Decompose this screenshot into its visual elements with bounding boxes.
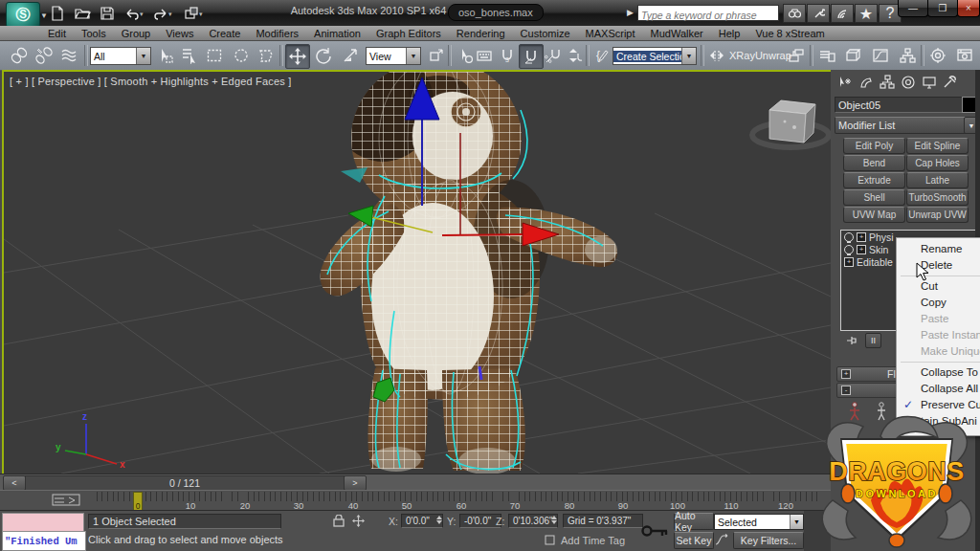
time-tag-icon[interactable]: [543, 533, 556, 546]
undo-caret-icon[interactable]: ▾: [140, 11, 144, 18]
pin-stack-icon[interactable]: [844, 334, 859, 347]
menu-help[interactable]: Help: [711, 28, 748, 39]
fence-selection-region-icon[interactable]: [255, 44, 278, 67]
bind-to-spacewarp-icon[interactable]: [57, 44, 80, 67]
x-spinner[interactable]: [436, 513, 443, 527]
dropdown-arrow-icon[interactable]: ▼: [406, 48, 420, 64]
modifier-button-edit-spline[interactable]: Edit Spline: [906, 138, 969, 154]
menu-edit[interactable]: Edit: [40, 28, 74, 39]
viewcube[interactable]: [752, 100, 829, 147]
tab-modify-icon[interactable]: [856, 73, 876, 91]
tab-display-icon[interactable]: [919, 73, 939, 91]
modifier-onoff-bulb-icon[interactable]: [844, 245, 854, 254]
rendered-frame-window-icon[interactable]: [953, 44, 976, 67]
layer-manager-icon[interactable]: [815, 44, 838, 67]
percent-snap-icon[interactable]: [542, 44, 565, 67]
circle-selection-region-icon[interactable]: [230, 44, 253, 67]
set-key-button[interactable]: Set Key: [674, 532, 714, 549]
context-menu-item-collapse-all[interactable]: Collapse All: [897, 381, 980, 397]
container-icon[interactable]: [842, 44, 865, 67]
perspective-viewport[interactable]: z x y [ + ] [ Perspective ] [ Smooth + H…: [2, 70, 833, 475]
object-name-field[interactable]: Object05: [835, 97, 965, 113]
tab-create-icon[interactable]: [835, 73, 855, 91]
timeline-playhead[interactable]: 0: [133, 492, 143, 512]
mini-curve-editor-icon[interactable]: [50, 493, 82, 507]
modifier-button-uvw-map[interactable]: UVW Map: [843, 207, 905, 223]
selection-filter-dropdown[interactable]: All▼: [90, 47, 151, 65]
rect-selection-region-icon[interactable]: [203, 44, 226, 67]
rollout-collapse-icon[interactable]: -: [841, 386, 851, 395]
modifier-button-cap-holes[interactable]: Cap Holes: [906, 155, 969, 171]
search-binoculars-icon[interactable]: [783, 4, 806, 23]
dropdown-arrow-icon[interactable]: ▼: [681, 48, 696, 64]
rollout-expand-icon[interactable]: +: [841, 369, 851, 379]
curve-editor-icon[interactable]: [869, 44, 892, 67]
maxscript-listener-input[interactable]: [2, 513, 84, 533]
tab-hierarchy-icon[interactable]: [877, 73, 897, 91]
select-by-name-icon[interactable]: [178, 44, 201, 67]
menu-tools[interactable]: Tools: [74, 28, 114, 39]
spinner-snap-icon[interactable]: [563, 44, 586, 67]
infocenter-search[interactable]: [637, 5, 779, 21]
select-and-link-icon[interactable]: [8, 44, 31, 67]
set-keys-icon[interactable]: [639, 515, 672, 547]
new-file-icon[interactable]: [46, 4, 69, 22]
previous-frame-button[interactable]: <: [3, 475, 26, 491]
xray-unwrap-button[interactable]: XRayUnwrap: [729, 50, 791, 61]
select-object-icon[interactable]: [153, 44, 176, 67]
expand-icon[interactable]: +: [857, 232, 866, 242]
expand-icon[interactable]: +: [857, 245, 866, 254]
modifier-button-bend[interactable]: Bend: [843, 155, 905, 171]
maxscript-listener-output[interactable]: "Finished Um: [2, 531, 86, 551]
search-input[interactable]: [638, 10, 778, 22]
infocenter-arrow-icon[interactable]: ▶: [627, 8, 634, 17]
communication-center-icon[interactable]: [831, 4, 854, 23]
select-and-rotate-icon[interactable]: [312, 44, 335, 67]
expand-icon[interactable]: +: [844, 257, 854, 267]
modifier-button-edit-poly[interactable]: Edit Poly: [843, 138, 905, 154]
menu-maxscript[interactable]: MAXScript: [578, 28, 643, 39]
menu-create[interactable]: Create: [201, 28, 248, 39]
save-file-icon[interactable]: [96, 4, 119, 22]
modifier-onoff-bulb-icon[interactable]: [844, 232, 854, 242]
context-menu-item-rename[interactable]: Rename: [897, 241, 980, 257]
context-menu-item-copy[interactable]: Copy: [897, 295, 980, 311]
track-bar[interactable]: 10 20 30 40 50 60 70 80 90 100 110 120 0: [0, 490, 831, 511]
snaps-toggle-icon[interactable]: 3: [496, 44, 519, 67]
context-menu-item-delete[interactable]: Delete: [897, 257, 980, 274]
context-menu-item-collapse-to[interactable]: Collapse To: [897, 364, 980, 381]
key-filter-curve-icon[interactable]: [714, 532, 730, 547]
key-filters-button[interactable]: Key Filters...: [733, 532, 804, 549]
subscription-wrench-icon[interactable]: [807, 4, 830, 23]
modifier-button-unwrap-uvw[interactable]: Unwrap UVW: [906, 207, 969, 223]
add-time-tag[interactable]: Add Time Tag: [561, 535, 625, 546]
select-and-move-icon[interactable]: [285, 44, 310, 69]
menu-mudwalker[interactable]: MudWalker: [643, 28, 711, 39]
absolute-mode-transform-icon[interactable]: [350, 514, 366, 528]
reference-coordsys-dropdown[interactable]: View▼: [366, 47, 421, 65]
mirror-icon[interactable]: [705, 44, 728, 67]
menu-group[interactable]: Group: [114, 28, 159, 39]
maximize-button[interactable]: ❒: [927, 0, 958, 17]
modifier-button-extrude[interactable]: Extrude: [843, 172, 905, 188]
render-setup-icon[interactable]: [926, 44, 949, 67]
modifier-button-lathe[interactable]: Lathe: [906, 172, 969, 188]
teddy-bear-model[interactable]: [321, 72, 617, 474]
minimize-button[interactable]: —: [898, 0, 928, 17]
menu-modifiers[interactable]: Modifiers: [248, 28, 306, 39]
key-mode-dropdown[interactable]: Selected ▼: [714, 514, 804, 530]
auto-key-button[interactable]: Auto Key: [674, 513, 714, 530]
context-menu-item-cut[interactable]: Cut: [897, 278, 980, 295]
modifier-button-turbosmooth[interactable]: TurboSmooth: [906, 189, 969, 206]
select-and-scale-icon[interactable]: [339, 44, 362, 67]
menu-rendering[interactable]: Rendering: [449, 28, 513, 39]
menu-views[interactable]: Views: [158, 28, 201, 39]
tab-motion-icon[interactable]: [898, 73, 918, 91]
open-file-icon[interactable]: [71, 4, 94, 22]
project-caret-icon[interactable]: ▾: [199, 11, 203, 18]
use-pivot-center-icon[interactable]: [425, 44, 448, 67]
edit-named-selection-icon[interactable]: {: [590, 44, 612, 67]
application-menu-button[interactable]: Ⓢ: [6, 2, 40, 28]
close-button[interactable]: ×: [957, 0, 980, 17]
menu-animation[interactable]: Animation: [306, 28, 368, 39]
